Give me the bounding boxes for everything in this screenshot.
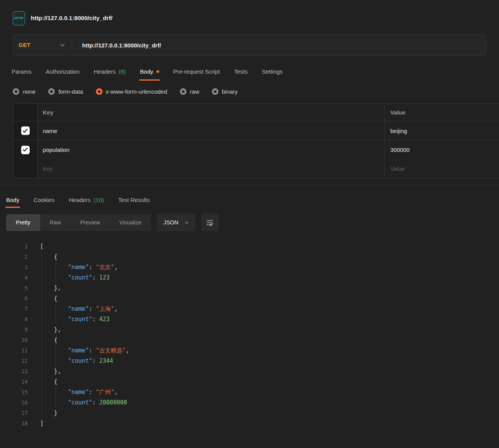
body-mode-none[interactable]: none [13,88,35,95]
code-token: "count" [68,274,92,281]
code-token: { [40,378,57,385]
code-token: "name" [68,347,89,354]
view-mode-preview[interactable]: Preview [71,214,110,231]
code-token: "count" [68,357,92,364]
key-column-header: Key [38,104,385,121]
request-tab-params[interactable]: Params [12,68,32,81]
response-tabs: BodyCookiesHeaders(10)Test Results [6,195,493,208]
line-content: "count": 2344 [28,356,113,366]
unsaved-dot-icon [156,70,159,73]
code-line: 18] [0,418,499,429]
code-token: , [114,305,118,312]
response-body-editor[interactable]: 1[2 {3 "name": "北京",4 "count": 1235 },6 … [0,237,499,429]
code-line: 2 { [0,252,499,262]
code-token [40,357,68,364]
key-placeholder[interactable]: Key [38,159,385,178]
line-number: 7 [0,304,28,314]
code-token: "name" [68,264,89,271]
code-line: 8 "count": 423 [0,314,499,325]
response-tab-cookies[interactable]: Cookies [34,197,54,208]
body-mode-form-data[interactable]: form-data [48,88,83,95]
line-number: 17 [0,408,28,418]
value-cell[interactable]: 300000 [385,140,499,159]
code-line: 5 }, [0,283,499,293]
line-number: 2 [0,252,28,262]
code-token: "上海" [96,305,114,312]
response-tab-body[interactable]: Body [6,197,19,208]
view-mode-visualize[interactable]: Visualize [109,214,151,231]
request-tab-headers[interactable]: Headers(8) [94,68,126,81]
line-content: "name": "古文精选", [28,345,129,356]
language-select[interactable]: JSON [157,214,195,231]
key-cell[interactable]: population [38,140,385,159]
row-checkbox[interactable] [21,146,30,154]
code-line: 3 "name": "北京", [0,262,499,273]
tab-count-badge: (8) [119,68,126,75]
body-mode-raw[interactable]: raw [180,88,199,95]
tab-label: Test Results [118,197,150,203]
table-row: namebeijing [13,121,499,140]
value-placeholder[interactable]: Value [385,159,499,178]
request-tab-authorization[interactable]: Authorization [46,68,80,81]
code-token: { [40,295,57,302]
request-tab-header[interactable]: HTTP http://127.0.0.1:8000/city_drf/ [0,0,499,29]
view-mode-raw[interactable]: Raw [40,214,71,231]
code-token: { [40,337,57,344]
wrap-lines-button[interactable] [201,214,219,231]
code-token: } [40,409,57,416]
code-line: 4 "count": 123 [0,273,499,283]
code-token: }, [40,285,61,291]
body-mode-label: x-www-form-urlencoded [106,88,167,95]
key-cell[interactable]: name [38,121,385,140]
http-badge-icon: HTTP [13,11,25,25]
request-tab-pre-request-script[interactable]: Pre-request Script [173,68,220,81]
code-line: 16 "count": 20000000 [0,397,499,408]
code-token: ] [40,420,44,427]
table-placeholder-row[interactable]: Key Value [13,159,499,178]
response-tab-test-results[interactable]: Test Results [118,197,150,208]
request-tab-body[interactable]: Body [140,68,159,81]
body-mode-label: raw [190,88,199,95]
response-tab-headers[interactable]: Headers(10) [69,197,104,208]
code-token: "count" [68,399,92,406]
tab-label: Body [6,197,19,203]
code-token [40,389,68,396]
response-section-divider [0,185,499,185]
url-input[interactable] [72,35,486,55]
code-token: 20000000 [99,399,127,406]
line-content: }, [28,366,61,377]
request-tab-settings[interactable]: Settings [262,68,282,81]
code-line: 17 } [0,408,499,418]
body-mode-radios: noneform-datax-www-form-urlencodedrawbin… [13,86,486,97]
indent-guide [42,252,42,418]
code-token: }, [40,368,61,375]
tab-label: Params [12,68,32,75]
method-select[interactable]: GET [13,35,72,55]
radio-icon [96,88,102,95]
line-content: { [28,252,57,262]
code-token: : [92,357,99,364]
view-mode-pretty[interactable]: Pretty [6,214,40,231]
line-number: 14 [0,377,28,387]
code-token: "name" [68,305,89,312]
row-checkbox[interactable] [21,126,30,135]
body-mode-x-www-form-urlencoded[interactable]: x-www-form-urlencoded [96,88,167,95]
code-token: , [114,264,118,271]
code-line: 6 { [0,293,499,304]
chevron-down-icon [185,221,189,224]
code-line: 15 "name": "广州", [0,387,499,397]
line-number: 9 [0,325,28,335]
code-token: : [92,316,99,323]
line-number: 16 [0,397,28,408]
code-line: 12 "count": 2344 [0,356,499,366]
body-mode-binary[interactable]: binary [212,88,238,95]
code-token: : [92,274,99,281]
request-tab-tests[interactable]: Tests [234,68,247,81]
radio-icon [212,88,218,95]
value-cell[interactable]: beijing [385,121,499,140]
url-builder: GET [13,35,486,56]
response-toolbar: PrettyRawPreviewVisualize JSON [6,214,493,231]
checkbox-header-cell [13,104,38,121]
radio-icon [180,88,186,95]
line-number: 4 [0,273,28,283]
